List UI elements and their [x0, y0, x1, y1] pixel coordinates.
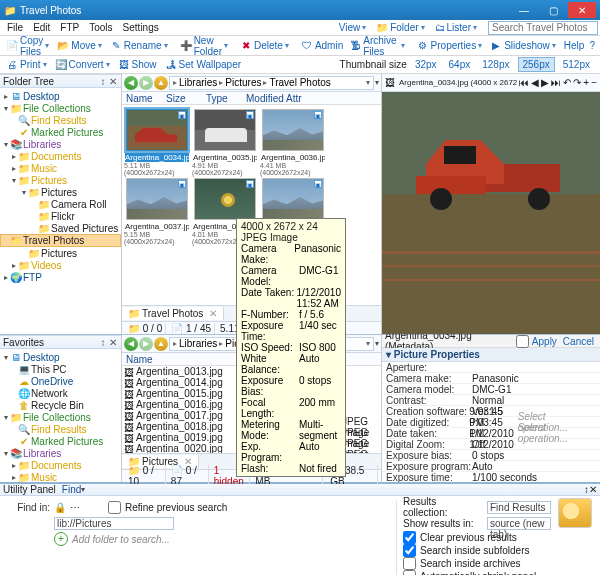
size-256[interactable]: 256px: [518, 57, 555, 72]
tree-node-documents[interactable]: ▸📁Documents: [0, 459, 121, 471]
new-folder-button[interactable]: ➕New Folder▾: [176, 34, 232, 58]
wallpaper-button[interactable]: 🏞Set Wallpaper: [161, 58, 245, 72]
menu-edit[interactable]: Edit: [28, 21, 55, 34]
tree-node-ftp[interactable]: ▸🌍FTP: [0, 271, 121, 283]
zoom-out[interactable]: −: [591, 77, 597, 88]
menu-ftp[interactable]: FTP: [55, 21, 84, 34]
nav-forward[interactable]: ▶: [139, 76, 153, 90]
metadata-list[interactable]: ▾ Picture Properties Aperture:Camera mak…: [382, 348, 600, 482]
tree-node-libraries[interactable]: ▾📚Libraries: [0, 447, 121, 459]
opt-check[interactable]: [403, 557, 416, 570]
breadcrumb-menu-2[interactable]: ▾: [375, 339, 379, 348]
properties-button[interactable]: ⚙Properties▾: [413, 39, 487, 53]
convert-button[interactable]: 🔄Convert▾: [51, 58, 114, 72]
archive-button[interactable]: 🗜Archive Files▾: [347, 34, 408, 58]
menu-tools[interactable]: Tools: [84, 21, 117, 34]
menu-lister[interactable]: 🗂Lister▾: [430, 21, 482, 34]
tree-node-documents[interactable]: ▸📁Documents: [0, 150, 121, 162]
nav-forward-2[interactable]: ▶: [139, 337, 153, 351]
tree-node-flickr[interactable]: 📁Flickr: [0, 210, 121, 222]
print-button[interactable]: 🖨Print▾: [2, 58, 51, 72]
nav-up-2[interactable]: ▲: [154, 337, 168, 351]
opt-check[interactable]: [403, 544, 416, 557]
size-512[interactable]: 512px: [559, 58, 594, 71]
results-collection-select[interactable]: Find Results: [487, 501, 551, 514]
tree-node-pictures[interactable]: ▾📁Pictures: [0, 174, 121, 186]
find-path-input[interactable]: [54, 517, 174, 530]
opt-check[interactable]: [403, 531, 416, 544]
tree-node-file-collections[interactable]: ▾📁File Collections: [0, 411, 121, 423]
menu-file[interactable]: File: [2, 21, 28, 34]
close-pane[interactable]: ↕: [98, 76, 108, 87]
prev-last[interactable]: ⏭: [551, 77, 561, 88]
favorites-tree[interactable]: ▾🖥Desktop💻This PC☁OneDrive🌐Network🗑Recyc…: [0, 349, 121, 482]
close-button[interactable]: ✕: [568, 2, 596, 18]
menu-folder[interactable]: 📁Folder▾: [371, 21, 429, 34]
meta-checkbox[interactable]: [516, 335, 529, 348]
tree-node-file-collections[interactable]: ▾📁File Collections: [0, 102, 121, 114]
preview-image[interactable]: [382, 92, 600, 334]
size-64[interactable]: 64px: [445, 58, 475, 71]
tree-node-music[interactable]: ▸📁Music: [0, 162, 121, 174]
thumbnail[interactable]: ▣Argentina_0037.jpg5.15 MB (4000x2672x24…: [124, 178, 190, 245]
rotate-right[interactable]: ↷: [573, 77, 581, 88]
cancel-button[interactable]: Cancel: [560, 336, 597, 347]
tree-node-network[interactable]: 🌐Network: [0, 387, 121, 399]
rename-button[interactable]: ✎Rename▾: [106, 39, 172, 53]
close-pane-x[interactable]: ✕: [108, 76, 118, 87]
menu-settings[interactable]: Settings: [118, 21, 164, 34]
breadcrumb[interactable]: ▸Libraries ▸Pictures ▸Travel Photos ▾: [169, 76, 374, 90]
nav-back-2[interactable]: ◀: [124, 337, 138, 351]
tree-node-saved-pictures[interactable]: 📁Saved Pictures: [0, 222, 121, 234]
delete-button[interactable]: ✖Delete▾: [236, 39, 293, 53]
folder-tree[interactable]: ▸🖥Desktop▾📁File Collections🔍Find Results…: [0, 88, 121, 334]
tree-node-find-results[interactable]: 🔍Find Results: [0, 423, 121, 435]
slideshow-button[interactable]: ▶Slideshow▾: [486, 39, 560, 53]
nav-back[interactable]: ◀: [124, 76, 138, 90]
meta-row[interactable]: Exposure bias:0 stops: [382, 450, 600, 461]
meta-row[interactable]: Contrast:Normal: [382, 395, 600, 406]
admin-button[interactable]: 🛡Admin: [297, 39, 347, 53]
meta-group-header[interactable]: ▾ Picture Properties: [382, 348, 600, 362]
tree-node-travel-photos[interactable]: 📁Travel Photos: [0, 234, 121, 247]
tree-node-marked-pictures[interactable]: ✔Marked Pictures: [0, 126, 121, 138]
tree-node-music[interactable]: ▸📁Music: [0, 471, 121, 482]
tree-node-camera-roll[interactable]: 📁Camera Roll: [0, 198, 121, 210]
meta-row[interactable]: Digital Zoom:Off: [382, 439, 600, 450]
thumbnail[interactable]: ▣Argentina_0034.jpg5.11 MB (4000x2672x24…: [124, 109, 190, 176]
meta-row[interactable]: Exposure program:Auto: [382, 461, 600, 472]
meta-row[interactable]: Aperture:: [382, 362, 600, 373]
column-headers[interactable]: NameSizeTypeModifiedAttr: [122, 92, 381, 105]
meta-row[interactable]: Camera model:DMC-G1: [382, 384, 600, 395]
tree-node-pictures[interactable]: 📁Pictures: [0, 247, 121, 259]
prev-next[interactable]: ▶: [541, 77, 549, 88]
maximize-button[interactable]: ▢: [539, 2, 567, 18]
thumbnail[interactable]: ▣Argentina_0036.jpg4.41 MB (4000x2672x24…: [260, 109, 326, 176]
tree-node-desktop[interactable]: ▾🖥Desktop: [0, 351, 121, 363]
size-128[interactable]: 128px: [478, 58, 513, 71]
tab-travel-photos[interactable]: 📁Travel Photos✕: [122, 307, 224, 320]
tree-node-recycle-bin[interactable]: 🗑Recycle Bin: [0, 399, 121, 411]
tree-node-libraries[interactable]: ▾📚Libraries: [0, 138, 121, 150]
prev-prev[interactable]: ◀: [531, 77, 539, 88]
breadcrumb-menu[interactable]: ▾: [375, 78, 379, 87]
apply-button[interactable]: Apply: [529, 336, 560, 347]
meta-row[interactable]: Camera make:Panasonic: [382, 373, 600, 384]
search-input[interactable]: [488, 21, 598, 35]
tree-node-marked-pictures[interactable]: ✔Marked Pictures: [0, 435, 121, 447]
tree-node-find-results[interactable]: 🔍Find Results: [0, 114, 121, 126]
help-button[interactable]: Help?: [560, 39, 600, 53]
menu-view[interactable]: View▾: [334, 21, 372, 34]
tree-node-pictures[interactable]: ▾📁Pictures: [0, 186, 121, 198]
tree-node-this-pc[interactable]: 💻This PC: [0, 363, 121, 375]
refine-check[interactable]: [108, 501, 121, 514]
size-32[interactable]: 32px: [411, 58, 441, 71]
meta-row[interactable]: Date taken:9:03:45 PM 1/12/2010Select op…: [382, 428, 600, 439]
util-mode[interactable]: Find: [62, 484, 81, 495]
meta-row[interactable]: Exposure time:1/100 seconds: [382, 472, 600, 482]
rotate-left[interactable]: ↶: [563, 77, 571, 88]
tree-node-onedrive[interactable]: ☁OneDrive: [0, 375, 121, 387]
show-button[interactable]: 🖼Show: [114, 58, 161, 72]
nav-up[interactable]: ▲: [154, 76, 168, 90]
zoom-in[interactable]: +: [583, 77, 589, 88]
